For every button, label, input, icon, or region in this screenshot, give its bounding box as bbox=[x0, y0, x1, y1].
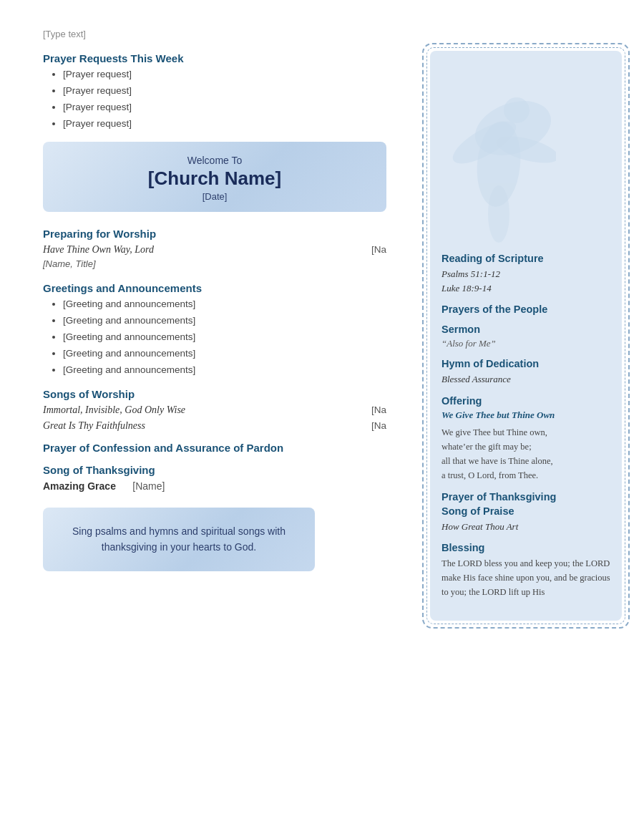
offering-line3: all that we have is Thine alone, bbox=[441, 456, 553, 466]
song1-title: Immortal, Invisible, God Only Wise bbox=[43, 404, 185, 416]
welcome-to-label: Welcome To bbox=[57, 155, 372, 166]
song-thanksgiving-section: Song of Thanksgiving Amazing Grace [Name… bbox=[43, 464, 386, 492]
prayer-confession-heading: Prayer of Confession and Assurance of Pa… bbox=[43, 442, 386, 454]
prayer-confession-section: Prayer of Confession and Assurance of Pa… bbox=[43, 442, 386, 454]
preparing-name-title: [Name, Title] bbox=[43, 258, 386, 269]
list-item: [Prayer request] bbox=[63, 102, 386, 112]
preparing-song-title: Have Thine Own Way, Lord bbox=[43, 244, 154, 256]
list-item: [Prayer request] bbox=[63, 118, 386, 129]
offering-song-italic: We Give Thee but Thine Own bbox=[441, 409, 610, 421]
list-item: [Greeting and announcements] bbox=[63, 348, 386, 359]
reading-verse1: Psalms 51:1-12 bbox=[441, 268, 500, 279]
preparing-song-name: [Na bbox=[371, 244, 386, 255]
song-praise-heading: Song of Praise bbox=[441, 505, 610, 517]
list-item: [Greeting and announcements] bbox=[63, 315, 386, 326]
preparing-heading: Preparing for Worship bbox=[43, 228, 386, 240]
offering-line2: whate’er the gift may be; bbox=[441, 442, 532, 452]
song2-line: Great Is Thy Faithfulness [Na bbox=[43, 420, 386, 432]
list-item: [Greeting and announcements] bbox=[63, 299, 386, 309]
song1-line: Immortal, Invisible, God Only Wise [Na bbox=[43, 404, 386, 416]
type-text-placeholder: [Type text] bbox=[43, 29, 386, 39]
sermon-subtitle: “Also for Me” bbox=[441, 338, 610, 349]
reading-verse2: Luke 18:9-14 bbox=[441, 283, 492, 294]
blessing-text: The LORD bless you and keep you; the LOR… bbox=[441, 556, 610, 599]
list-item: [Prayer request] bbox=[63, 85, 386, 96]
amazing-grace-line: Amazing Grace [Name] bbox=[43, 480, 386, 492]
greetings-heading: Greetings and Announcements bbox=[43, 282, 386, 294]
songs-worship-heading: Songs of Worship bbox=[43, 388, 386, 400]
reading-scripture-heading: Reading of Scripture bbox=[441, 253, 610, 264]
list-item: [Greeting and announcements] bbox=[63, 331, 386, 342]
song1-name: [Na bbox=[371, 404, 386, 415]
church-name: [Church Name] bbox=[57, 168, 372, 190]
amazing-grace-name: [Name] bbox=[132, 480, 165, 492]
song2-name: [Na bbox=[371, 420, 386, 431]
prayer-requests-heading: Prayer Requests This Week bbox=[43, 52, 386, 64]
reading-verses: Psalms 51:1-12 Luke 18:9-14 bbox=[441, 267, 610, 295]
svg-point-4 bbox=[504, 97, 530, 123]
bulletin-content: Reading of Scripture Psalms 51:1-12 Luke… bbox=[430, 51, 622, 621]
page: [Type text] Prayer Requests This Week [P… bbox=[0, 0, 644, 834]
song-thanksgiving-heading: Song of Thanksgiving bbox=[43, 464, 386, 476]
quote-box: Sing psalms and hymns and spiritual song… bbox=[43, 508, 315, 571]
song-praise-title: How Great Thou Art bbox=[441, 520, 610, 534]
greetings-list: [Greeting and announcements] [Greeting a… bbox=[43, 299, 386, 375]
left-column: [Type text] Prayer Requests This Week [P… bbox=[43, 29, 386, 571]
church-date: [Date] bbox=[57, 191, 372, 202]
bulletin-outer-border: Reading of Scripture Psalms 51:1-12 Luke… bbox=[422, 43, 630, 629]
prayers-people-heading: Prayers of the People bbox=[441, 304, 610, 315]
greetings-section: Greetings and Announcements [Greeting an… bbox=[43, 282, 386, 375]
preparing-song-line: Have Thine Own Way, Lord [Na bbox=[43, 244, 386, 256]
welcome-box: Welcome To [Church Name] [Date] bbox=[43, 142, 386, 212]
preparing-section: Preparing for Worship Have Thine Own Way… bbox=[43, 228, 386, 269]
sermon-heading: Sermon bbox=[441, 324, 610, 335]
offering-line1: We give Thee but Thine own, bbox=[441, 427, 547, 437]
hymn-title: Blessed Assurance bbox=[441, 372, 610, 387]
bulletin-inner-border: Reading of Scripture Psalms 51:1-12 Luke… bbox=[426, 47, 625, 624]
prayer-thanksgiving-heading: Prayer of Thanksgiving bbox=[441, 491, 610, 503]
svg-point-5 bbox=[488, 185, 509, 243]
list-item: [Greeting and announcements] bbox=[63, 364, 386, 375]
dove-watermark-icon bbox=[441, 71, 556, 257]
list-item: [Prayer request] bbox=[63, 69, 386, 79]
blessing-heading: Blessing bbox=[441, 542, 610, 553]
offering-verse: We give Thee but Thine own, whate’er the… bbox=[441, 425, 610, 483]
offering-line4: a trust, O Lord, from Thee. bbox=[441, 470, 538, 480]
right-column: Reading of Scripture Psalms 51:1-12 Luke… bbox=[422, 43, 630, 629]
offering-heading: Offering bbox=[441, 395, 610, 407]
amazing-grace-label: Amazing Grace bbox=[43, 480, 116, 492]
songs-of-worship-section: Songs of Worship Immortal, Invisible, Go… bbox=[43, 388, 386, 432]
song2-title: Great Is Thy Faithfulness bbox=[43, 420, 145, 432]
prayer-requests-list: [Prayer request] [Prayer request] [Praye… bbox=[43, 69, 386, 129]
hymn-dedication-heading: Hymn of Dedication bbox=[441, 358, 610, 369]
quote-text: Sing psalms and hymns and spiritual song… bbox=[72, 525, 286, 553]
